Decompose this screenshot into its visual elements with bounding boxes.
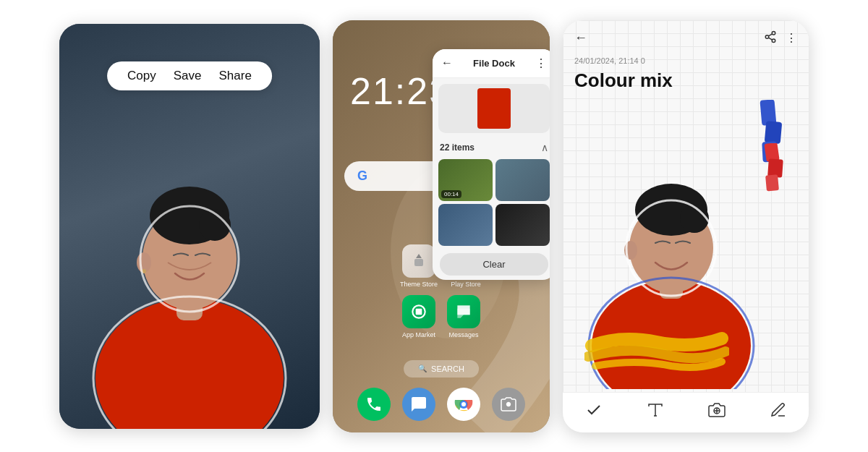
app-icon-app-market[interactable]: App Market: [402, 295, 435, 338]
svg-point-20: [772, 39, 775, 43]
text-recognition-icon[interactable]: [647, 401, 664, 423]
svg-point-18: [772, 31, 775, 35]
play-store-label: Play Store: [451, 281, 481, 288]
svg-line-21: [768, 38, 772, 40]
thumb-red-figure: [477, 88, 511, 129]
brush-stroke-yellow: [584, 331, 729, 375]
dock-chat-icon[interactable]: [402, 388, 435, 421]
card3-toolbar: [563, 392, 809, 432]
phone-card-1: Copy Save Share: [59, 24, 320, 429]
dock-grid-item-water[interactable]: [438, 204, 493, 246]
dock-camera-icon[interactable]: [492, 388, 525, 421]
person-cutout: [74, 111, 305, 429]
camera-add-icon[interactable]: [708, 401, 726, 423]
svg-point-16: [461, 402, 466, 406]
svg-rect-9: [414, 259, 423, 266]
dock-grid-item-portrait[interactable]: [495, 159, 550, 201]
dock-main-thumbnail: [438, 84, 550, 133]
file-dock-panel: ← File Dock ⋮ 22 items ∧ 00:14 Clear: [433, 49, 550, 280]
dock-chevron-icon: ∧: [541, 142, 548, 153]
back-icon[interactable]: ←: [574, 30, 587, 46]
app-row-2: App Market Messages: [347, 295, 535, 338]
phone-card-2: 21:23 ← File Dock ⋮ 22 items ∧ 00:14 Cle…: [333, 20, 550, 432]
pen-icon[interactable]: [770, 401, 787, 423]
app-icon-messages[interactable]: Messages: [447, 295, 480, 338]
phone-card-3: ← ⋮ 24/01/2024, 21:14 0 Colour mix: [563, 20, 809, 432]
svg-line-22: [768, 33, 772, 35]
file-dock-header: ← File Dock ⋮: [433, 49, 550, 78]
theme-store-icon-shape: [402, 244, 435, 278]
dock-icons-row: [333, 388, 550, 421]
header-right: ⋮: [764, 30, 797, 46]
dock-back-button[interactable]: ←: [441, 56, 453, 69]
dock-chrome-icon[interactable]: [447, 388, 480, 421]
action-bar: Copy Save Share: [107, 61, 272, 90]
dock-clear-button[interactable]: Clear: [440, 253, 548, 276]
svg-point-19: [765, 35, 769, 38]
app-market-label: App Market: [402, 331, 435, 338]
video-duration-badge: 00:14: [441, 190, 461, 198]
card3-header: ← ⋮: [563, 20, 809, 52]
svg-rect-12: [416, 308, 422, 315]
dock-grid-item-forest[interactable]: 00:14: [438, 159, 493, 201]
theme-store-label: Theme Store: [400, 281, 438, 288]
svg-rect-24: [765, 121, 783, 144]
messages-icon-shape: [447, 295, 480, 328]
messages-label: Messages: [449, 331, 479, 338]
app-market-icon-shape: [402, 295, 435, 328]
note-meta: 24/01/2024, 21:14 0: [574, 56, 645, 65]
dock-count-row: 22 items ∧: [433, 139, 550, 156]
dock-item-count: 22 items: [440, 142, 475, 153]
save-button[interactable]: Save: [174, 69, 202, 83]
copy-button[interactable]: Copy: [127, 69, 156, 83]
bottom-search-bar[interactable]: 🔍 SEARCH: [404, 360, 479, 378]
google-logo-icon: G: [357, 169, 367, 184]
dock-image-grid: 00:14: [433, 156, 550, 249]
search-label: SEARCH: [431, 364, 464, 373]
search-icon: 🔍: [418, 364, 427, 372]
dock-more-button[interactable]: ⋮: [535, 56, 547, 70]
check-icon[interactable]: [585, 401, 603, 423]
note-title: Colour mix: [574, 69, 673, 92]
share-button[interactable]: Share: [219, 69, 252, 83]
share-icon[interactable]: [764, 30, 777, 46]
dock-grid-item-dark[interactable]: [495, 204, 550, 246]
more-icon[interactable]: ⋮: [786, 31, 797, 45]
svg-rect-28: [765, 174, 779, 191]
dock-title: File Dock: [473, 58, 515, 69]
brush-stroke-red: [764, 143, 793, 194]
dock-phone-icon[interactable]: [357, 388, 391, 421]
header-left: ←: [574, 30, 587, 46]
